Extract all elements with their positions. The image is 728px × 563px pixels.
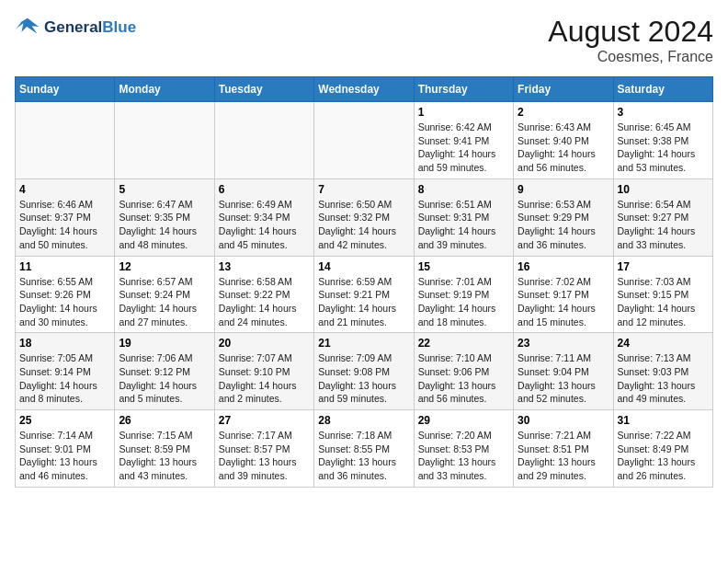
day-info: Sunrise: 6:51 AM Sunset: 9:31 PM Dayligh… xyxy=(418,198,509,252)
day-info: Sunrise: 6:42 AM Sunset: 9:41 PM Dayligh… xyxy=(418,121,509,175)
day-info: Sunrise: 6:50 AM Sunset: 9:32 PM Dayligh… xyxy=(318,198,409,252)
day-number: 25 xyxy=(19,414,110,427)
day-info: Sunrise: 7:05 AM Sunset: 9:14 PM Dayligh… xyxy=(19,351,110,406)
day-number: 1 xyxy=(418,106,509,119)
weekday-header-saturday: Saturday xyxy=(613,77,712,102)
day-info: Sunrise: 7:02 AM Sunset: 9:17 PM Dayligh… xyxy=(518,275,609,329)
calendar-cell: 31Sunrise: 7:22 AM Sunset: 8:49 PM Dayli… xyxy=(613,410,712,488)
day-info: Sunrise: 7:11 AM Sunset: 9:04 PM Dayligh… xyxy=(518,351,609,406)
calendar-cell: 30Sunrise: 7:21 AM Sunset: 8:51 PM Dayli… xyxy=(514,410,613,488)
calendar-cell: 6Sunrise: 6:49 AM Sunset: 9:34 PM Daylig… xyxy=(214,178,313,256)
day-info: Sunrise: 6:54 AM Sunset: 9:27 PM Dayligh… xyxy=(618,198,709,252)
calendar-cell: 4Sunrise: 6:46 AM Sunset: 9:37 PM Daylig… xyxy=(16,178,115,256)
day-info: Sunrise: 7:18 AM Sunset: 8:55 PM Dayligh… xyxy=(318,429,409,483)
day-info: Sunrise: 7:07 AM Sunset: 9:10 PM Dayligh… xyxy=(219,351,310,406)
day-info: Sunrise: 6:53 AM Sunset: 9:29 PM Dayligh… xyxy=(518,198,609,252)
weekday-header-monday: Monday xyxy=(115,77,214,102)
calendar-week-row: 4Sunrise: 6:46 AM Sunset: 9:37 PM Daylig… xyxy=(16,178,713,256)
svg-marker-0 xyxy=(17,18,39,34)
weekday-header-sunday: Sunday xyxy=(16,77,115,102)
weekday-header-wednesday: Wednesday xyxy=(314,77,414,102)
calendar-cell: 8Sunrise: 6:51 AM Sunset: 9:31 PM Daylig… xyxy=(414,178,513,256)
day-info: Sunrise: 7:15 AM Sunset: 8:59 PM Dayligh… xyxy=(119,429,210,483)
day-info: Sunrise: 6:59 AM Sunset: 9:21 PM Dayligh… xyxy=(318,275,409,329)
day-number: 24 xyxy=(618,337,709,350)
day-number: 17 xyxy=(618,260,709,273)
calendar-cell: 27Sunrise: 7:17 AM Sunset: 8:57 PM Dayli… xyxy=(214,410,313,488)
day-info: Sunrise: 6:47 AM Sunset: 9:35 PM Dayligh… xyxy=(119,198,210,252)
calendar-week-row: 25Sunrise: 7:14 AM Sunset: 9:01 PM Dayli… xyxy=(16,410,713,488)
calendar-header: SundayMondayTuesdayWednesdayThursdayFrid… xyxy=(16,77,713,102)
calendar-cell: 14Sunrise: 6:59 AM Sunset: 9:21 PM Dayli… xyxy=(314,256,414,333)
day-info: Sunrise: 6:43 AM Sunset: 9:40 PM Dayligh… xyxy=(518,121,609,175)
day-number: 9 xyxy=(518,183,609,196)
title-block: August 2024 Coesmes, France xyxy=(548,15,713,65)
day-number: 7 xyxy=(318,183,409,196)
day-number: 18 xyxy=(19,337,110,350)
day-number: 20 xyxy=(219,337,310,350)
day-number: 27 xyxy=(219,414,310,427)
day-number: 14 xyxy=(318,260,409,273)
calendar-cell: 26Sunrise: 7:15 AM Sunset: 8:59 PM Dayli… xyxy=(115,410,214,488)
day-number: 21 xyxy=(318,337,409,350)
day-number: 10 xyxy=(618,183,709,196)
day-info: Sunrise: 7:21 AM Sunset: 8:51 PM Dayligh… xyxy=(518,429,609,483)
calendar-cell: 18Sunrise: 7:05 AM Sunset: 9:14 PM Dayli… xyxy=(16,333,115,410)
calendar-cell: 28Sunrise: 7:18 AM Sunset: 8:55 PM Dayli… xyxy=(314,410,414,488)
weekday-header-tuesday: Tuesday xyxy=(214,77,313,102)
calendar-cell: 9Sunrise: 6:53 AM Sunset: 9:29 PM Daylig… xyxy=(514,178,613,256)
day-number: 5 xyxy=(119,183,210,196)
calendar-cell: 29Sunrise: 7:20 AM Sunset: 8:53 PM Dayli… xyxy=(414,410,513,488)
logo: GeneralBlue xyxy=(15,15,136,40)
day-info: Sunrise: 7:20 AM Sunset: 8:53 PM Dayligh… xyxy=(418,429,509,483)
day-number: 30 xyxy=(518,414,609,427)
day-number: 19 xyxy=(119,337,210,350)
calendar-week-row: 11Sunrise: 6:55 AM Sunset: 9:26 PM Dayli… xyxy=(16,256,713,333)
calendar-cell: 15Sunrise: 7:01 AM Sunset: 9:19 PM Dayli… xyxy=(414,256,513,333)
day-number: 13 xyxy=(219,260,310,273)
calendar-cell: 12Sunrise: 6:57 AM Sunset: 9:24 PM Dayli… xyxy=(115,256,214,333)
day-info: Sunrise: 6:46 AM Sunset: 9:37 PM Dayligh… xyxy=(19,198,110,252)
calendar-cell xyxy=(314,102,414,179)
day-info: Sunrise: 7:17 AM Sunset: 8:57 PM Dayligh… xyxy=(219,429,310,483)
calendar-cell xyxy=(214,102,313,179)
day-number: 22 xyxy=(418,337,509,350)
calendar-cell: 13Sunrise: 6:58 AM Sunset: 9:22 PM Dayli… xyxy=(214,256,313,333)
calendar-cell xyxy=(115,102,214,179)
calendar-cell: 7Sunrise: 6:50 AM Sunset: 9:32 PM Daylig… xyxy=(314,178,414,256)
day-number: 23 xyxy=(518,337,609,350)
day-number: 16 xyxy=(518,260,609,273)
calendar-cell: 1Sunrise: 6:42 AM Sunset: 9:41 PM Daylig… xyxy=(414,102,513,179)
logo-icon xyxy=(15,15,40,40)
day-info: Sunrise: 6:57 AM Sunset: 9:24 PM Dayligh… xyxy=(119,275,210,329)
day-info: Sunrise: 6:45 AM Sunset: 9:38 PM Dayligh… xyxy=(618,121,709,175)
day-info: Sunrise: 7:09 AM Sunset: 9:08 PM Dayligh… xyxy=(318,351,409,406)
day-number: 15 xyxy=(418,260,509,273)
day-number: 28 xyxy=(318,414,409,427)
calendar-body: 1Sunrise: 6:42 AM Sunset: 9:41 PM Daylig… xyxy=(16,102,713,488)
day-info: Sunrise: 6:55 AM Sunset: 9:26 PM Dayligh… xyxy=(19,275,110,329)
day-info: Sunrise: 7:13 AM Sunset: 9:03 PM Dayligh… xyxy=(618,351,709,406)
day-info: Sunrise: 7:10 AM Sunset: 9:06 PM Dayligh… xyxy=(418,351,509,406)
day-info: Sunrise: 6:58 AM Sunset: 9:22 PM Dayligh… xyxy=(219,275,310,329)
day-info: Sunrise: 7:22 AM Sunset: 8:49 PM Dayligh… xyxy=(618,429,709,483)
calendar-cell: 23Sunrise: 7:11 AM Sunset: 9:04 PM Dayli… xyxy=(514,333,613,410)
calendar-cell: 17Sunrise: 7:03 AM Sunset: 9:15 PM Dayli… xyxy=(613,256,712,333)
weekday-header-thursday: Thursday xyxy=(414,77,513,102)
calendar-cell: 25Sunrise: 7:14 AM Sunset: 9:01 PM Dayli… xyxy=(16,410,115,488)
day-number: 4 xyxy=(19,183,110,196)
calendar-cell: 19Sunrise: 7:06 AM Sunset: 9:12 PM Dayli… xyxy=(115,333,214,410)
calendar-cell: 20Sunrise: 7:07 AM Sunset: 9:10 PM Dayli… xyxy=(214,333,313,410)
day-info: Sunrise: 7:01 AM Sunset: 9:19 PM Dayligh… xyxy=(418,275,509,329)
calendar-cell xyxy=(16,102,115,179)
weekday-header-friday: Friday xyxy=(514,77,613,102)
day-number: 26 xyxy=(119,414,210,427)
day-number: 8 xyxy=(418,183,509,196)
calendar-cell: 11Sunrise: 6:55 AM Sunset: 9:26 PM Dayli… xyxy=(16,256,115,333)
day-number: 11 xyxy=(19,260,110,273)
calendar-week-row: 18Sunrise: 7:05 AM Sunset: 9:14 PM Dayli… xyxy=(16,333,713,410)
day-number: 3 xyxy=(618,106,709,119)
location-subtitle: Coesmes, France xyxy=(548,49,713,65)
calendar-cell: 21Sunrise: 7:09 AM Sunset: 9:08 PM Dayli… xyxy=(314,333,414,410)
day-number: 29 xyxy=(418,414,509,427)
